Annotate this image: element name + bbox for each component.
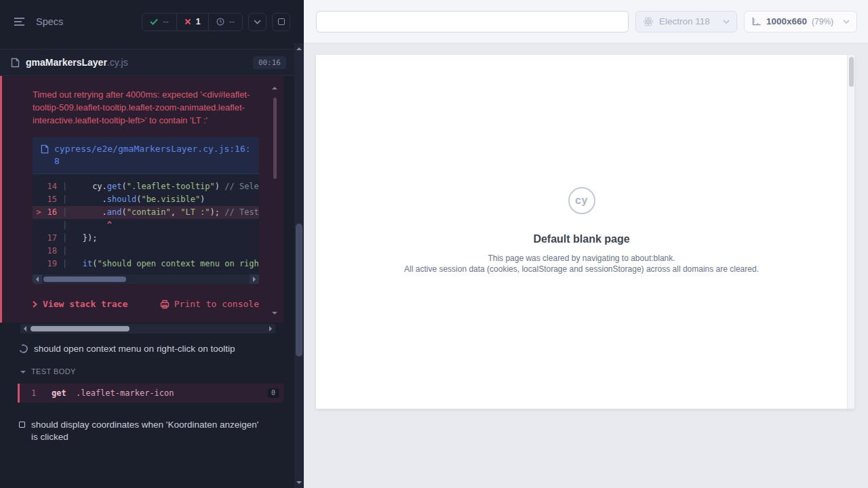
scroll-left-arrow[interactable] — [20, 324, 30, 333]
test-row-running[interactable]: should open context menu on right-click … — [0, 333, 294, 362]
code-line: 17| }); — [33, 232, 259, 245]
print-to-console-link[interactable]: Print to console — [160, 299, 259, 309]
error-vertical-scrollbar[interactable] — [272, 87, 278, 314]
code-token: ) — [200, 195, 205, 204]
code-line-marker — [33, 232, 45, 245]
code-line-marker — [33, 193, 45, 206]
vertical-scroll-thumb[interactable] — [273, 98, 277, 179]
code-line-marker — [33, 180, 45, 193]
code-token: and — [107, 207, 122, 217]
chevron-down-icon — [20, 371, 26, 373]
chevron-down-icon — [723, 20, 730, 24]
code-token: }); — [73, 233, 97, 243]
test-body-toggle[interactable]: TEST BODY — [0, 362, 294, 381]
code-token: // Sele — [224, 182, 259, 191]
code-line-text: ^ — [73, 219, 112, 232]
code-line-number: 17 — [45, 232, 57, 245]
code-line-number — [45, 219, 57, 232]
reporter-header: Specs -- 1 — [0, 0, 294, 43]
collapse-button[interactable] — [248, 13, 267, 31]
code-line-text: it("should open context menu on righ — [73, 258, 259, 270]
code-line: | ^ — [33, 219, 259, 232]
code-line: 15| .should("be.visible") — [33, 193, 259, 206]
scroll-down-arrow[interactable] — [272, 312, 277, 314]
code-line-text: }); — [73, 232, 97, 245]
vertical-scroll-thumb[interactable] — [296, 224, 302, 357]
viewport-scale: (79%) — [812, 17, 833, 26]
code-gutter-divider: | — [57, 219, 73, 232]
clock-icon — [216, 18, 224, 26]
code-gutter-divider: | — [57, 193, 73, 206]
command-number: 1 — [31, 388, 52, 398]
viewport-selector[interactable]: 1000x660 (79%) — [744, 11, 857, 33]
specs-menu-icon[interactable] — [11, 14, 28, 29]
view-stack-trace-link[interactable]: View stack trace — [33, 299, 127, 309]
code-token: ( — [122, 207, 127, 217]
code-token: should — [107, 195, 136, 204]
spec-file-icon — [11, 58, 20, 68]
reporter-vertical-scrollbar[interactable] — [294, 43, 304, 488]
code-line-number: 16 — [45, 206, 57, 219]
scroll-up-arrow[interactable] — [272, 87, 277, 89]
test-title: should open context menu on right-click … — [34, 343, 235, 355]
passed-count: -- — [163, 17, 168, 26]
test-stats: -- 1 -- — [142, 13, 243, 31]
scroll-right-arrow[interactable] — [250, 274, 259, 284]
code-token: // Test — [224, 207, 259, 217]
viewport-size: 1000x660 — [766, 16, 807, 26]
aut-vertical-scrollbar[interactable] — [847, 55, 854, 409]
code-token: "be.visible" — [141, 195, 200, 204]
command-message: .leaflet-marker-icon — [76, 388, 174, 398]
code-line-marker — [33, 258, 45, 270]
browser-name: Electron 118 — [659, 16, 710, 26]
url-input[interactable] — [316, 11, 629, 33]
stop-button[interactable] — [272, 13, 290, 31]
blank-page-line1: This page was cleared by navigating to a… — [488, 253, 675, 264]
code-frame-file-link[interactable]: cypress/e2e/gmaMarkersLayer.cy.js:16:8 — [33, 137, 259, 174]
error-message: Timed out retrying after 4000ms: expecte… — [33, 88, 259, 127]
spec-duration: 00:16 — [253, 56, 286, 69]
command-row-get[interactable]: 1 get .leaflet-marker-icon 0 — [18, 384, 283, 403]
reporter-horizontal-scrollbar[interactable] — [20, 324, 275, 333]
code-gutter-divider: | — [57, 245, 73, 258]
test-row-pending[interactable]: should display coordinates when 'Koordin… — [0, 409, 294, 450]
scroll-up-arrow[interactable] — [294, 44, 304, 54]
spec-file-row[interactable]: gmaMarkersLayer.cy.js 00:16 — [0, 49, 294, 76]
code-line-marker — [33, 245, 45, 258]
code-token — [73, 220, 107, 230]
code-line-text: .and("contain", "LT :"); // Test — [73, 206, 259, 219]
scroll-right-arrow[interactable] — [266, 324, 275, 333]
check-icon — [150, 18, 158, 25]
runner-header: Electron 118 1000x660 (79%) — [304, 0, 868, 43]
command-count-badge: 0 — [268, 388, 279, 398]
code-token — [73, 259, 82, 268]
code-line-number: 19 — [45, 258, 57, 270]
spinner-icon — [18, 343, 29, 354]
code-frame-lines: 14| cy.get(".leaflet-tooltip") // Sele15… — [33, 174, 259, 274]
viewport-ruler-icon — [751, 16, 762, 26]
vertical-scroll-thumb[interactable] — [849, 57, 854, 87]
code-frame-horizontal-scrollbar[interactable] — [33, 274, 259, 284]
scroll-left-arrow[interactable] — [33, 274, 42, 284]
code-line-number: 15 — [45, 193, 57, 206]
file-icon — [41, 144, 49, 154]
code-line: 19| it("should open context menu on righ — [33, 258, 259, 270]
code-line-marker: > — [33, 206, 45, 219]
code-line: 18| — [33, 245, 259, 258]
scroll-down-arrow[interactable] — [294, 478, 304, 487]
failed-attempt-block: Timed out retrying after 4000ms: expecte… — [0, 76, 283, 323]
browser-selector[interactable]: Electron 118 — [635, 11, 737, 33]
horizontal-scroll-thumb[interactable] — [43, 277, 126, 282]
code-token: "contain" — [127, 207, 171, 217]
spec-extension: .cy.js — [107, 57, 128, 68]
code-gutter-divider: | — [57, 206, 73, 219]
code-line-number: 18 — [45, 245, 57, 258]
test-body-label: TEST BODY — [31, 367, 76, 375]
blank-page-heading: Default blank page — [533, 233, 629, 245]
horizontal-scroll-thumb[interactable] — [31, 326, 130, 331]
code-token: , — [171, 207, 180, 217]
blank-page-content: cy Default blank page This page was clea… — [316, 55, 847, 409]
pending-test-icon — [19, 422, 25, 428]
code-line-text: cy.get(".leaflet-tooltip") // Sele — [73, 180, 259, 193]
blank-page-line2: All active session data (cookies, localS… — [404, 264, 759, 274]
